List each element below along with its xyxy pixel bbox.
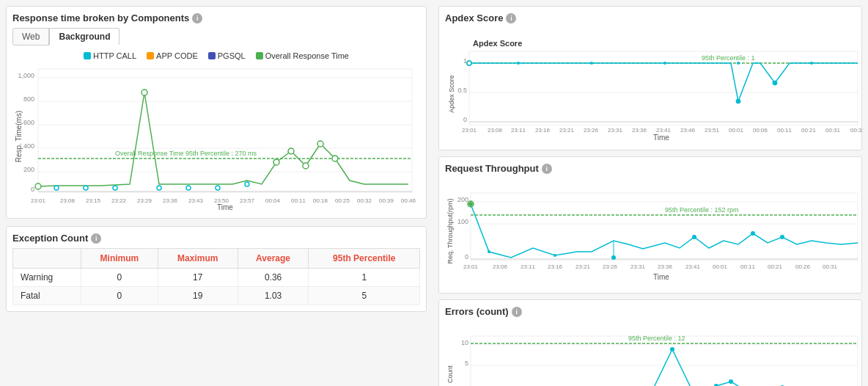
svg-text:00:01: 00:01 bbox=[729, 127, 744, 134]
svg-point-64 bbox=[663, 62, 666, 65]
tab-web[interactable]: Web bbox=[12, 28, 49, 45]
exception-row-warning-avg: 0.36 bbox=[238, 269, 309, 287]
svg-text:23:36: 23:36 bbox=[163, 197, 178, 204]
response-time-card: Response time broken by Components i Web… bbox=[6, 6, 427, 219]
svg-point-18 bbox=[273, 159, 279, 165]
svg-text:23:01: 23:01 bbox=[463, 263, 479, 270]
apdex-info-icon[interactable]: i bbox=[506, 13, 516, 23]
exception-row-warning-p95: 1 bbox=[309, 269, 420, 287]
svg-text:95th Percentile : 152 rpm: 95th Percentile : 152 rpm bbox=[665, 206, 739, 214]
table-row: Warning 0 17 0.36 1 bbox=[13, 269, 420, 287]
errors-info-icon[interactable]: i bbox=[512, 307, 522, 317]
svg-text:23:16: 23:16 bbox=[548, 263, 563, 270]
svg-text:23:26: 23:26 bbox=[584, 127, 599, 134]
exception-col-average: Average bbox=[238, 249, 309, 269]
response-time-chart: Resp. Time(ms) 1,000 800 600 400 200 0 bbox=[12, 63, 420, 212]
svg-text:95th Percentile : 12: 95th Percentile : 12 bbox=[628, 335, 685, 342]
exception-row-warning-max: 17 bbox=[158, 269, 238, 287]
apdex-score-title-text: Apdex Score bbox=[445, 12, 503, 23]
svg-point-60 bbox=[773, 81, 777, 85]
svg-point-102 bbox=[751, 231, 755, 236]
apdex-score-svg: Apdex Score Apdex Score 1 0.5 0 95th Per bbox=[445, 28, 863, 142]
exception-count-title-text: Exception Count bbox=[12, 233, 88, 244]
exception-row-fatal-min: 0 bbox=[81, 287, 158, 305]
exception-count-card: Exception Count i Minimum Maximum Averag… bbox=[6, 226, 427, 312]
legend-http-call: HTTP CALL bbox=[84, 51, 136, 60]
response-time-title-text: Response time broken by Components bbox=[12, 12, 189, 23]
svg-text:00:31: 00:31 bbox=[850, 127, 863, 134]
legend-app-code-dot bbox=[147, 52, 154, 59]
svg-text:0: 0 bbox=[31, 186, 34, 193]
svg-point-20 bbox=[303, 163, 309, 169]
svg-text:23:26: 23:26 bbox=[603, 263, 618, 270]
svg-point-59 bbox=[736, 99, 740, 103]
svg-point-16 bbox=[35, 183, 41, 189]
legend-overall-label: Overall Response Time bbox=[265, 51, 349, 60]
legend-http-call-dot bbox=[84, 52, 91, 59]
svg-text:Time: Time bbox=[653, 134, 669, 142]
svg-text:00:21: 00:21 bbox=[801, 127, 817, 134]
legend-overall: Overall Response Time bbox=[256, 51, 349, 60]
svg-text:1: 1 bbox=[463, 57, 467, 65]
svg-point-29 bbox=[245, 182, 249, 186]
exception-row-warning-min: 0 bbox=[81, 269, 158, 287]
apdex-score-card: Apdex Score i Apdex Score Apdex Score 1 … bbox=[438, 6, 862, 150]
svg-point-22 bbox=[332, 156, 338, 161]
svg-text:0: 0 bbox=[465, 253, 468, 261]
svg-text:23:29: 23:29 bbox=[137, 197, 152, 204]
svg-text:23:57: 23:57 bbox=[240, 197, 255, 204]
svg-point-65 bbox=[737, 62, 740, 65]
exception-row-fatal-max: 19 bbox=[158, 287, 238, 305]
svg-point-28 bbox=[216, 186, 220, 190]
svg-text:00:31: 00:31 bbox=[825, 127, 841, 134]
svg-point-97 bbox=[611, 255, 616, 260]
errors-chart: Count 10 5 0 95th Percentile : 12 bbox=[445, 321, 856, 386]
exception-row-fatal-name: Fatal bbox=[13, 287, 81, 305]
response-time-tabs: Web Background bbox=[12, 28, 420, 45]
exception-row-fatal-p95: 5 bbox=[309, 287, 420, 305]
svg-text:00:46: 00:46 bbox=[401, 197, 416, 204]
svg-text:00:32: 00:32 bbox=[357, 197, 372, 204]
svg-rect-52 bbox=[469, 51, 858, 125]
svg-text:Resp. Time(ms): Resp. Time(ms) bbox=[15, 111, 23, 163]
response-time-info-icon[interactable]: i bbox=[192, 13, 202, 23]
svg-text:23:01: 23:01 bbox=[462, 127, 477, 134]
exception-col-p95: 95th Percentile bbox=[309, 249, 420, 269]
svg-text:23:08: 23:08 bbox=[60, 197, 76, 204]
request-throughput-card: Request Throughput i Req. Throughput(rpm… bbox=[438, 156, 862, 294]
legend-app-code-label: APP CODE bbox=[156, 51, 198, 60]
errors-svg: Count 10 5 0 95th Percentile : 12 bbox=[445, 321, 863, 386]
tab-background[interactable]: Background bbox=[49, 28, 119, 45]
table-row: Fatal 0 19 1.03 5 bbox=[13, 287, 420, 305]
svg-text:Time: Time bbox=[653, 273, 669, 281]
response-time-title: Response time broken by Components i bbox=[12, 12, 420, 23]
svg-point-101 bbox=[692, 235, 696, 239]
svg-text:00:01: 00:01 bbox=[713, 263, 728, 270]
svg-text:100: 100 bbox=[457, 218, 468, 225]
errors-count-card: Errors (count) i Count 10 5 0 bbox=[438, 299, 862, 386]
svg-text:23:36: 23:36 bbox=[632, 127, 647, 134]
exception-col-minimum: Minimum bbox=[81, 249, 158, 269]
svg-text:23:11: 23:11 bbox=[521, 263, 536, 270]
svg-point-63 bbox=[590, 62, 593, 65]
svg-text:23:46: 23:46 bbox=[680, 127, 696, 134]
svg-point-66 bbox=[810, 62, 813, 65]
svg-text:00:11: 00:11 bbox=[740, 263, 756, 270]
request-throughput-title-text: Request Throughput bbox=[445, 163, 539, 174]
svg-text:00:26: 00:26 bbox=[795, 263, 811, 270]
svg-text:23:36: 23:36 bbox=[658, 263, 673, 270]
svg-text:00:06: 00:06 bbox=[753, 127, 768, 134]
svg-rect-7 bbox=[38, 69, 412, 192]
svg-point-27 bbox=[186, 186, 191, 190]
svg-text:00:11: 00:11 bbox=[777, 127, 792, 134]
exception-row-fatal-avg: 1.03 bbox=[238, 287, 309, 305]
exception-count-info-icon[interactable]: i bbox=[91, 233, 101, 244]
errors-count-title: Errors (count) i bbox=[445, 306, 856, 317]
svg-text:Count: Count bbox=[446, 365, 454, 384]
svg-text:23:16: 23:16 bbox=[535, 127, 551, 134]
exception-col-maximum: Maximum bbox=[158, 249, 238, 269]
throughput-info-icon[interactable]: i bbox=[542, 164, 552, 174]
svg-text:1,000: 1,000 bbox=[18, 72, 34, 79]
legend-pgsql: PGSQL bbox=[208, 51, 246, 60]
svg-text:Overall Response Time 95th Per: Overall Response Time 95th Percentile : … bbox=[115, 150, 257, 157]
